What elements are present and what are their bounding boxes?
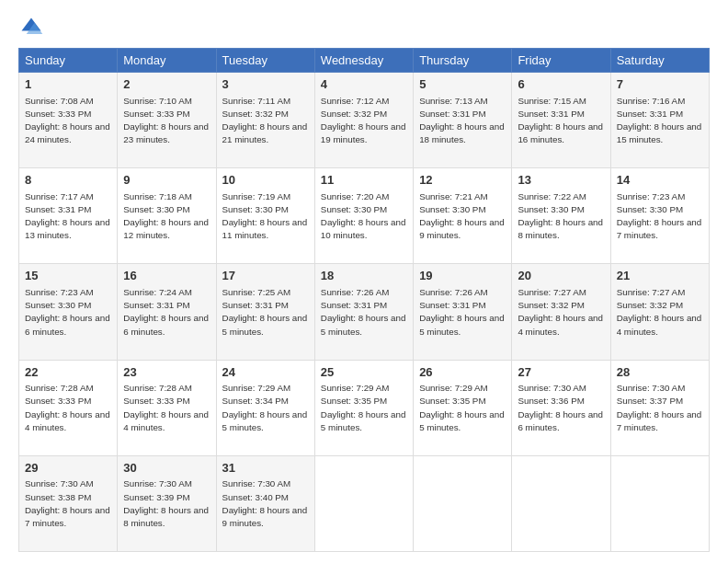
day-number: 19 (419, 268, 506, 284)
weekday-header-tuesday: Tuesday (216, 49, 314, 73)
calendar-cell: 28Sunrise: 7:30 AMSunset: 3:37 PMDayligh… (610, 360, 709, 455)
day-info: Sunrise: 7:12 AMSunset: 3:32 PMDaylight:… (321, 96, 406, 145)
header (18, 15, 710, 40)
day-number: 3 (222, 76, 309, 93)
calendar-cell: 17Sunrise: 7:25 AMSunset: 3:31 PMDayligh… (216, 264, 314, 360)
day-number: 26 (419, 364, 506, 381)
calendar-cell: 19Sunrise: 7:26 AMSunset: 3:31 PMDayligh… (414, 264, 512, 360)
day-number: 13 (518, 172, 604, 189)
calendar-cell: 16Sunrise: 7:24 AMSunset: 3:31 PMDayligh… (118, 264, 216, 360)
logo (18, 15, 48, 40)
calendar-week-5: 29Sunrise: 7:30 AMSunset: 3:38 PMDayligh… (19, 455, 710, 551)
calendar-cell: 4Sunrise: 7:12 AMSunset: 3:32 PMDaylight… (314, 73, 413, 168)
day-info: Sunrise: 7:18 AMSunset: 3:30 PMDaylight:… (123, 191, 209, 241)
calendar-cell: 12Sunrise: 7:21 AMSunset: 3:30 PMDayligh… (414, 168, 512, 264)
calendar-cell: 14Sunrise: 7:23 AMSunset: 3:30 PMDayligh… (610, 168, 709, 264)
calendar-cell: 27Sunrise: 7:30 AMSunset: 3:36 PMDayligh… (512, 360, 610, 455)
day-info: Sunrise: 7:19 AMSunset: 3:30 PMDaylight:… (222, 191, 308, 241)
day-info: Sunrise: 7:26 AMSunset: 3:31 PMDaylight:… (321, 287, 406, 337)
day-number: 18 (321, 268, 407, 284)
calendar-cell: 15Sunrise: 7:23 AMSunset: 3:30 PMDayligh… (19, 264, 118, 360)
day-info: Sunrise: 7:17 AMSunset: 3:31 PMDaylight:… (25, 191, 110, 241)
day-number: 23 (123, 364, 210, 381)
day-info: Sunrise: 7:30 AMSunset: 3:40 PMDaylight:… (222, 478, 308, 528)
day-info: Sunrise: 7:20 AMSunset: 3:30 PMDaylight:… (321, 191, 406, 241)
calendar-cell: 11Sunrise: 7:20 AMSunset: 3:30 PMDayligh… (314, 168, 413, 264)
calendar-cell (314, 455, 413, 551)
calendar-cell: 30Sunrise: 7:30 AMSunset: 3:39 PMDayligh… (118, 455, 216, 551)
calendar-cell: 18Sunrise: 7:26 AMSunset: 3:31 PMDayligh… (314, 264, 413, 360)
calendar-cell: 31Sunrise: 7:30 AMSunset: 3:40 PMDayligh… (216, 455, 314, 551)
logo-icon (18, 15, 44, 40)
calendar-cell (610, 455, 709, 551)
calendar-cell: 10Sunrise: 7:19 AMSunset: 3:30 PMDayligh… (216, 168, 314, 264)
weekday-header-wednesday: Wednesday (314, 49, 413, 73)
calendar-cell: 3Sunrise: 7:11 AMSunset: 3:32 PMDaylight… (216, 73, 314, 168)
day-info: Sunrise: 7:10 AMSunset: 3:33 PMDaylight:… (123, 96, 209, 145)
day-number: 2 (123, 76, 210, 93)
calendar-cell: 5Sunrise: 7:13 AMSunset: 3:31 PMDaylight… (414, 73, 512, 168)
day-number: 9 (123, 172, 210, 189)
day-info: Sunrise: 7:11 AMSunset: 3:32 PMDaylight:… (222, 96, 308, 145)
day-info: Sunrise: 7:27 AMSunset: 3:32 PMDaylight:… (617, 287, 702, 337)
calendar-cell: 6Sunrise: 7:15 AMSunset: 3:31 PMDaylight… (512, 73, 610, 168)
calendar-week-2: 8Sunrise: 7:17 AMSunset: 3:31 PMDaylight… (19, 168, 710, 264)
calendar-cell: 25Sunrise: 7:29 AMSunset: 3:35 PMDayligh… (314, 360, 413, 455)
calendar-cell: 2Sunrise: 7:10 AMSunset: 3:33 PMDaylight… (118, 73, 216, 168)
day-number: 10 (222, 172, 309, 189)
day-info: Sunrise: 7:15 AMSunset: 3:31 PMDaylight:… (518, 96, 603, 145)
day-number: 21 (617, 268, 703, 284)
day-info: Sunrise: 7:13 AMSunset: 3:31 PMDaylight:… (419, 96, 505, 145)
day-info: Sunrise: 7:23 AMSunset: 3:30 PMDaylight:… (25, 287, 110, 337)
day-number: 30 (123, 460, 210, 477)
day-number: 8 (25, 172, 111, 189)
weekday-header-thursday: Thursday (414, 49, 512, 73)
calendar-cell (414, 455, 512, 551)
calendar-cell: 1Sunrise: 7:08 AMSunset: 3:33 PMDaylight… (19, 73, 118, 168)
day-info: Sunrise: 7:28 AMSunset: 3:33 PMDaylight:… (123, 383, 209, 432)
calendar-cell: 9Sunrise: 7:18 AMSunset: 3:30 PMDaylight… (118, 168, 216, 264)
calendar-cell: 29Sunrise: 7:30 AMSunset: 3:38 PMDayligh… (19, 455, 118, 551)
calendar-table: SundayMondayTuesdayWednesdayThursdayFrid… (18, 48, 710, 552)
day-number: 31 (222, 460, 309, 477)
day-number: 11 (321, 172, 407, 189)
day-number: 20 (518, 268, 604, 284)
day-number: 22 (25, 364, 111, 381)
day-info: Sunrise: 7:29 AMSunset: 3:35 PMDaylight:… (321, 383, 406, 432)
day-number: 14 (617, 172, 703, 189)
day-info: Sunrise: 7:21 AMSunset: 3:30 PMDaylight:… (419, 191, 505, 241)
calendar-cell: 13Sunrise: 7:22 AMSunset: 3:30 PMDayligh… (512, 168, 610, 264)
calendar-cell: 24Sunrise: 7:29 AMSunset: 3:34 PMDayligh… (216, 360, 314, 455)
weekday-header-saturday: Saturday (610, 49, 709, 73)
day-info: Sunrise: 7:25 AMSunset: 3:31 PMDaylight:… (222, 287, 308, 337)
day-number: 24 (222, 364, 309, 381)
calendar-cell: 7Sunrise: 7:16 AMSunset: 3:31 PMDaylight… (610, 73, 709, 168)
day-number: 16 (123, 268, 210, 284)
calendar-cell: 23Sunrise: 7:28 AMSunset: 3:33 PMDayligh… (118, 360, 216, 455)
calendar-cell (512, 455, 610, 551)
day-info: Sunrise: 7:29 AMSunset: 3:35 PMDaylight:… (419, 383, 505, 432)
day-number: 5 (419, 76, 506, 93)
day-number: 29 (25, 460, 111, 477)
calendar-cell: 26Sunrise: 7:29 AMSunset: 3:35 PMDayligh… (414, 360, 512, 455)
day-number: 27 (518, 364, 604, 381)
calendar-week-3: 15Sunrise: 7:23 AMSunset: 3:30 PMDayligh… (19, 264, 710, 360)
day-info: Sunrise: 7:27 AMSunset: 3:32 PMDaylight:… (518, 287, 603, 337)
day-number: 4 (321, 76, 407, 93)
day-info: Sunrise: 7:08 AMSunset: 3:33 PMDaylight:… (25, 96, 110, 145)
calendar-cell: 20Sunrise: 7:27 AMSunset: 3:32 PMDayligh… (512, 264, 610, 360)
page: SundayMondayTuesdayWednesdayThursdayFrid… (0, 0, 728, 563)
calendar-header-row: SundayMondayTuesdayWednesdayThursdayFrid… (19, 49, 710, 73)
calendar-cell: 8Sunrise: 7:17 AMSunset: 3:31 PMDaylight… (19, 168, 118, 264)
day-number: 6 (518, 76, 604, 93)
day-info: Sunrise: 7:26 AMSunset: 3:31 PMDaylight:… (419, 287, 505, 337)
day-info: Sunrise: 7:28 AMSunset: 3:33 PMDaylight:… (25, 383, 110, 432)
day-number: 12 (419, 172, 506, 189)
day-info: Sunrise: 7:30 AMSunset: 3:38 PMDaylight:… (25, 478, 110, 528)
day-number: 25 (321, 364, 407, 381)
day-number: 15 (25, 268, 111, 284)
weekday-header-sunday: Sunday (19, 49, 118, 73)
day-number: 28 (617, 364, 703, 381)
day-info: Sunrise: 7:24 AMSunset: 3:31 PMDaylight:… (123, 287, 209, 337)
day-number: 7 (617, 76, 703, 93)
